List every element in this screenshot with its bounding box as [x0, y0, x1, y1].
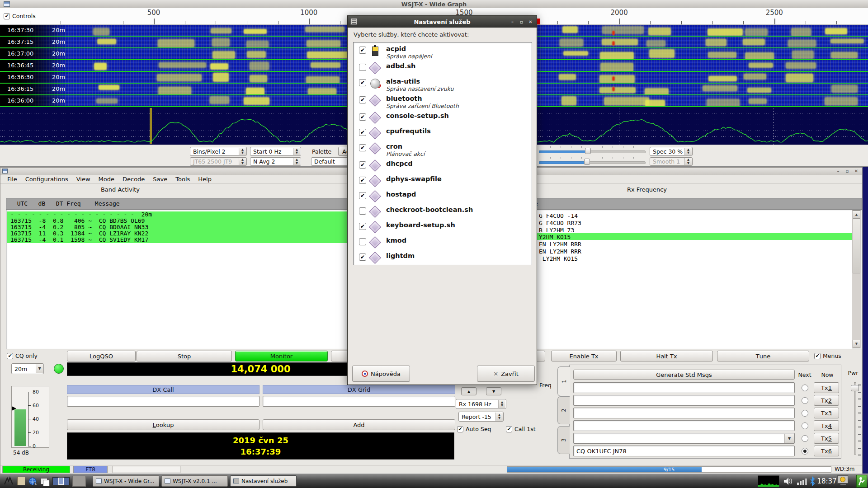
enable-tx-button[interactable]: Enable Tx [551, 351, 617, 361]
tx3-button[interactable]: Tx 3 [814, 408, 839, 418]
taskbar-task-3[interactable]: Nastavení služeb [230, 475, 297, 487]
start-hz-spinner[interactable]: Start 0 Hz▲▼ [250, 147, 301, 156]
service-checkbox[interactable] [359, 207, 366, 215]
decoded-message-row[interactable]: 163715 -8 0.8 406 ~ CQ BD7BS OL69 [7, 218, 349, 224]
spinner-arrows-icon[interactable]: ▲▼ [684, 148, 692, 155]
freq-down-button[interactable]: ▼ [486, 387, 501, 395]
tx-message-field[interactable]: ▼ [573, 433, 795, 444]
tx-next-radio[interactable] [802, 435, 808, 442]
menus-checkbox[interactable]: ✔ Menus [814, 352, 841, 359]
screensaver-clock-icon[interactable] [837, 475, 849, 487]
n-avg-spinner[interactable]: N Avg 2▲▼ [250, 157, 301, 166]
close-icon[interactable]: ✕ [853, 169, 859, 174]
tx6-button[interactable]: Tx 6 [814, 446, 839, 456]
logout-icon[interactable] [856, 475, 867, 488]
menu-help[interactable]: Help [194, 176, 216, 183]
services-list[interactable]: ✔acpidSpráva napájeníadbd.sh✔alsa-utilsS… [353, 42, 532, 265]
web-browser-icon[interactable] [28, 476, 38, 486]
rx-message-row[interactable]: LY2HM KO15 [539, 255, 578, 262]
auto-seq-checkbox[interactable]: ✔ Auto Seq [457, 426, 491, 432]
freq-up-button[interactable]: ▲ [461, 387, 476, 395]
zero-slider[interactable] [539, 159, 646, 165]
service-checkbox[interactable]: ✔ [359, 192, 366, 199]
stop-button[interactable]: Stop [137, 351, 232, 361]
minimize-icon[interactable]: – [509, 19, 516, 25]
spinner-arrows-icon[interactable]: ▲▼ [498, 400, 505, 408]
tx1-button[interactable]: Tx 1 [814, 382, 839, 393]
volume-icon[interactable] [783, 477, 794, 487]
slider-handle-icon[interactable] [585, 148, 591, 154]
rx-freq-spinner[interactable]: Rx 1698 Hz▲▼ [456, 399, 506, 409]
menu-decode[interactable]: Decode [118, 176, 149, 183]
app-launcher-logo-icon[interactable] [4, 476, 14, 486]
maximize-icon[interactable]: ▫ [844, 169, 850, 174]
tune-button[interactable]: Tune [717, 351, 809, 361]
dx-grid-input[interactable] [263, 396, 455, 407]
spinner-arrows-icon[interactable]: ▲▼ [495, 413, 503, 421]
scrollbar[interactable]: ▲ ▼ [852, 210, 861, 348]
monitor-button[interactable]: Monitor [235, 351, 328, 361]
cpu-monitor[interactable] [758, 475, 779, 487]
help-button[interactable]: Nápověda [352, 366, 410, 382]
close-icon[interactable]: ✕ [527, 19, 534, 25]
service-checkbox[interactable]: ✔ [359, 161, 366, 169]
bluetooth-icon[interactable] [808, 476, 816, 488]
tx-next-radio[interactable] [802, 385, 808, 391]
tx-message-field[interactable] [573, 395, 795, 406]
rx-message-row[interactable]: Y2HM KO15 [539, 234, 571, 240]
tx-message-field[interactable] [573, 408, 795, 418]
rx-message-row[interactable]: B LY2HM 73 [539, 227, 574, 234]
pwr-slider[interactable] [854, 382, 856, 455]
iconify-windows-icon[interactable] [40, 476, 50, 486]
tx-next-radio[interactable] [802, 448, 808, 455]
menu-file[interactable]: File [3, 176, 21, 183]
tx-next-radio[interactable] [802, 422, 808, 429]
taskbar-task-2[interactable]: WSJT-X v2.0.1 ... [161, 475, 228, 487]
lookup-button[interactable]: Lookup [67, 419, 259, 430]
rx-message-row[interactable]: EN LY2HM RRR [539, 241, 581, 248]
service-checkbox[interactable] [359, 64, 366, 71]
dx-call-input[interactable] [67, 396, 259, 407]
file-manager-icon[interactable] [16, 476, 26, 486]
scrollbar-thumb[interactable] [853, 218, 860, 273]
band-activity-list[interactable]: - - - - - - - - - - - - - - - - - - 20m1… [6, 209, 349, 349]
halt-tx-button[interactable]: Halt Tx [620, 351, 713, 361]
workspace-pager[interactable] [52, 477, 70, 485]
decoded-message-row[interactable]: 163715 -4 0.1 1598 ~ CQ SV1EDY KM17 [7, 237, 349, 243]
call-1st-checkbox[interactable]: ✔ Call 1st [506, 426, 536, 432]
scroll-down-icon[interactable]: ▼ [853, 340, 860, 348]
service-checkbox[interactable]: ✔ [359, 96, 366, 103]
rx-message-row[interactable]: G F4CUO RR73 [539, 220, 581, 226]
maximize-icon[interactable]: ▫ [518, 19, 525, 25]
taskbar-task-1[interactable]: WSJT-X - Wide Gr... [93, 475, 159, 487]
tx-next-radio[interactable] [802, 397, 808, 404]
spec-spinner[interactable]: Spec 30 %▲▼ [650, 147, 693, 156]
service-checkbox[interactable] [359, 238, 366, 245]
spinner-arrows-icon[interactable]: ▲▼ [293, 148, 300, 155]
controls-checkbox[interactable]: ✔ Controls [4, 13, 36, 19]
spinner-arrows-icon[interactable]: ▲▼ [293, 158, 300, 165]
tx-message-field[interactable]: CQ OK1UFC JN78 [573, 446, 795, 456]
tx2-button[interactable]: Tx 2 [814, 395, 839, 406]
decoded-message-row[interactable]: 163715 -4 0.2 805 ~ CQ BD0AAI NN33 [7, 224, 349, 230]
service-checkbox[interactable]: ✔ [359, 144, 366, 151]
clock[interactable]: 18:37 [817, 474, 836, 488]
service-checkbox[interactable]: ✔ [359, 47, 366, 54]
service-checkbox[interactable]: ✔ [359, 253, 366, 261]
service-checkbox[interactable]: ✔ [359, 129, 366, 136]
log-qso-button[interactable]: Log QSO [67, 351, 136, 361]
menu-configurations[interactable]: Configurations [21, 176, 72, 183]
band-select[interactable]: 20m▼ [11, 363, 44, 374]
service-checkbox[interactable]: ✔ [359, 177, 366, 184]
close-dialog-button[interactable]: ✕ Zavřít [477, 366, 535, 382]
tx5-button[interactable]: Tx 5 [814, 433, 839, 444]
tx-message-field[interactable] [573, 382, 795, 393]
add-button[interactable]: Add [263, 419, 455, 430]
gain-slider[interactable] [539, 148, 646, 154]
generate-std-msgs-button[interactable]: Generate Std Msgs [573, 370, 795, 380]
tx-tab-3[interactable]: 3 [557, 426, 570, 454]
cq-only-checkbox[interactable]: ✔ CQ only [7, 352, 38, 359]
rx-message-row[interactable]: G F4CUO -14 [539, 212, 578, 219]
service-checkbox[interactable]: ✔ [359, 223, 366, 230]
pwr-slider-handle[interactable] [851, 385, 859, 391]
